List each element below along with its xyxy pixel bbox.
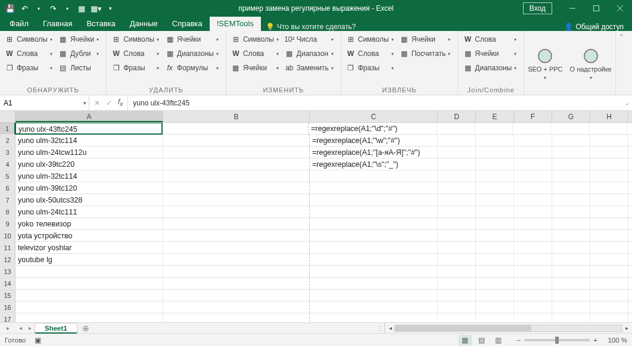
cell-E14[interactable] <box>476 278 514 289</box>
view-page-break-button[interactable]: ▥ <box>492 335 505 346</box>
cell-E17[interactable] <box>476 313 514 322</box>
cell-H6[interactable] <box>590 182 628 194</box>
cell-G6[interactable] <box>552 182 590 194</box>
cell-E7[interactable] <box>476 194 514 206</box>
row-header[interactable]: 4 <box>0 158 15 170</box>
cell-F8[interactable] <box>514 206 552 217</box>
cell-A2[interactable]: yuno ulm-32tc114 <box>15 135 163 146</box>
tab-scroll-button[interactable]: ▸ <box>0 323 15 333</box>
cell-E8[interactable] <box>476 206 514 217</box>
name-box[interactable]: A1 ▾ <box>0 95 89 110</box>
accept-formula-icon[interactable]: ✓ <box>106 99 112 107</box>
zoom-in-button[interactable]: + <box>593 337 597 344</box>
change-symbols-button[interactable]: ⊞Символы▾ <box>230 32 282 46</box>
cell-E11[interactable] <box>476 242 514 253</box>
cell-H2[interactable] <box>590 135 628 146</box>
cell-F17[interactable] <box>514 313 552 322</box>
tab-nav-prev[interactable]: ◂ <box>15 325 25 331</box>
cell-D11[interactable] <box>438 242 476 253</box>
row-header[interactable]: 9 <box>0 218 15 229</box>
detect-phrases-button[interactable]: ❐Фразы▾ <box>4 61 56 75</box>
cell-E4[interactable] <box>476 158 514 170</box>
tab-help[interactable]: Справка <box>165 17 210 31</box>
cell-H10[interactable] <box>590 230 628 241</box>
cell-G8[interactable] <box>552 206 590 217</box>
change-replace-button[interactable]: abЗаменить▾ <box>284 61 337 75</box>
join-words-button[interactable]: WСлова▾ <box>462 32 520 46</box>
cell-H4[interactable] <box>590 158 628 170</box>
cell-D8[interactable] <box>438 206 476 217</box>
select-all-corner[interactable] <box>0 111 15 122</box>
row-header[interactable]: 7 <box>0 194 15 206</box>
cell-D3[interactable] <box>438 147 476 158</box>
cell-A8[interactable]: yuno ulm-24tc111 <box>15 206 163 217</box>
cell-H17[interactable] <box>590 313 628 322</box>
macro-record-icon[interactable]: ▣ <box>35 336 41 344</box>
column-header-H[interactable]: H <box>590 111 628 122</box>
cell-G5[interactable] <box>552 170 590 182</box>
column-header-A[interactable]: A <box>15 111 163 122</box>
cell-G13[interactable] <box>552 266 590 277</box>
cell-H15[interactable] <box>590 290 628 301</box>
cell-F11[interactable] <box>514 242 552 253</box>
delete-cells-button[interactable]: ▦Ячейки▾ <box>164 32 222 46</box>
tab-data[interactable]: Данные <box>123 17 165 31</box>
delete-formulas-button[interactable]: fxФормулы▾ <box>164 61 222 75</box>
redo-dropdown-icon[interactable]: ▾ <box>61 2 74 15</box>
join-cells-button[interactable]: ▦Ячейки▾ <box>462 46 520 61</box>
cell-B2[interactable] <box>163 135 310 146</box>
close-button[interactable] <box>608 0 632 17</box>
collapse-ribbon-button[interactable]: ^ <box>615 31 627 95</box>
cell-A9[interactable]: yoko телевизор <box>15 218 163 229</box>
cell-C17[interactable] <box>310 313 438 322</box>
cell-H1[interactable] <box>589 123 627 134</box>
delete-words-button[interactable]: WСлова▾ <box>110 46 163 61</box>
cell-B14[interactable] <box>163 278 310 289</box>
cell-G14[interactable] <box>552 278 590 289</box>
row-header[interactable]: 14 <box>0 278 15 289</box>
cell-B12[interactable] <box>163 254 310 265</box>
cell-A16[interactable] <box>15 301 163 313</box>
tab-strip-resize[interactable]: ⋮ <box>375 325 384 331</box>
cell-A3[interactable]: yuno ulm-24tcw112u <box>15 147 163 158</box>
cell-D13[interactable] <box>438 266 476 277</box>
cell-G12[interactable] <box>552 254 590 265</box>
zoom-level[interactable]: 100 % <box>601 337 627 344</box>
qat-icon-4[interactable]: ▦▾ <box>89 2 102 15</box>
cell-C9[interactable] <box>310 218 438 229</box>
cell-C12[interactable] <box>310 254 438 265</box>
extract-words-button[interactable]: WСлова▾ <box>345 46 397 61</box>
extract-count-button[interactable]: ▦Посчитать▾ <box>398 46 454 61</box>
row-header[interactable]: 2 <box>0 135 15 146</box>
cell-C2[interactable]: =regexreplace(A1;"\w";"#") <box>310 135 438 146</box>
delete-symbols-button[interactable]: ⊞Символы▾ <box>110 32 163 46</box>
tab-nav-next[interactable]: ▸ <box>25 325 35 331</box>
fx-icon[interactable]: fx <box>118 98 123 107</box>
cell-F6[interactable] <box>514 182 552 194</box>
zoom-out-button[interactable]: − <box>517 337 521 344</box>
cell-F7[interactable] <box>514 194 552 206</box>
cell-F3[interactable] <box>514 147 552 158</box>
cell-A12[interactable]: youtube lg <box>15 254 163 265</box>
maximize-button[interactable] <box>584 0 608 17</box>
cell-F15[interactable] <box>514 290 552 301</box>
undo-icon[interactable]: ↶ <box>18 2 31 15</box>
tell-me-search[interactable]: 💡 Что вы хотите сделать? <box>261 23 361 31</box>
cell-B7[interactable] <box>163 194 310 206</box>
cell-G4[interactable] <box>552 158 590 170</box>
view-page-layout-button[interactable]: ▤ <box>475 335 488 346</box>
detect-symbols-button[interactable]: ⊞Символы▾ <box>4 32 56 46</box>
cell-F5[interactable] <box>514 170 552 182</box>
qat-customize-icon[interactable]: ▾ <box>104 2 117 15</box>
cell-C16[interactable] <box>310 301 438 313</box>
horizontal-scrollbar[interactable]: ◂ ▸ <box>385 323 632 333</box>
cell-E2[interactable] <box>476 135 514 146</box>
row-header[interactable]: 3 <box>0 147 15 158</box>
cell-G11[interactable] <box>552 242 590 253</box>
cell-H9[interactable] <box>590 218 628 229</box>
cell-C10[interactable] <box>310 230 438 241</box>
cell-A1[interactable]: yuno ulx-43ftc245 <box>15 123 163 135</box>
extract-cells-button[interactable]: ▦Ячейки▾ <box>398 32 454 46</box>
column-header-D[interactable]: D <box>438 111 476 122</box>
cell-E9[interactable] <box>476 218 514 229</box>
